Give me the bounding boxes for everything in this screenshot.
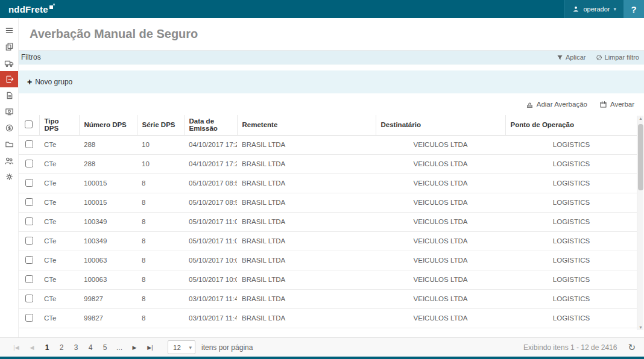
cell-destinatario: VEICULOS LTDA: [376, 193, 505, 212]
clear-filter-button[interactable]: Limpar filtro: [596, 54, 639, 61]
pagination-bar: |◀ ◀ 1 2 3 4 5 ... ▶ ▶| 12 ▾ itens por p…: [0, 337, 644, 357]
sidebar-item-settings[interactable]: [0, 169, 18, 185]
table-row[interactable]: CTe 99827 8 03/10/2017 11:47 BRASIL LTDA…: [19, 289, 637, 308]
cell-data-emissao: 05/10/2017 10:06: [184, 251, 237, 270]
row-checkbox[interactable]: [25, 237, 33, 245]
page-button-2[interactable]: 2: [54, 341, 69, 354]
scroll-down-icon[interactable]: ▼: [637, 325, 644, 329]
page-button-4[interactable]: 4: [83, 341, 98, 354]
last-page-button[interactable]: ▶|: [142, 345, 158, 351]
refresh-icon[interactable]: ↻: [628, 342, 636, 353]
cell-numero-dps: 288: [79, 135, 137, 154]
table-row[interactable]: CTe 100015 8 05/10/2017 08:52 BRASIL LTD…: [19, 173, 637, 193]
postpone-averbacao-button[interactable]: Adiar Averbação: [526, 101, 587, 108]
sidebar-item-document[interactable]: [0, 87, 18, 104]
previous-page-button[interactable]: ◀: [24, 345, 40, 351]
table-row[interactable]: CTe 100015 8 05/10/2017 08:52 BRASIL LTD…: [19, 193, 637, 212]
row-checkbox[interactable]: [25, 140, 33, 148]
cell-ponto-operacao: LOGISTICS: [505, 270, 637, 289]
cell-ponto-operacao: LOGISTICS: [505, 231, 637, 251]
row-checkbox[interactable]: [25, 275, 33, 283]
cell-ponto-operacao: LOGISTICS: [505, 154, 637, 173]
ban-icon: [596, 54, 602, 61]
cell-serie-dps: 8: [137, 212, 184, 231]
column-header-remetente[interactable]: Remetente: [237, 115, 376, 135]
cell-remetente: BRASIL LTDA: [237, 173, 376, 193]
user-menu[interactable]: operador ▾: [564, 0, 623, 18]
table-row[interactable]: CTe 288 10 04/10/2017 17:26 BRASIL LTDA …: [19, 135, 637, 154]
cell-remetente: BRASIL LTDA: [237, 154, 376, 173]
cell-numero-dps: 100015: [79, 193, 137, 212]
row-checkbox[interactable]: [25, 198, 33, 206]
cell-numero-dps: 99827: [79, 289, 137, 308]
grid-header: Tipo DPS Número DPS Série DPS Data de Em…: [19, 115, 637, 135]
cell-destinatario: VEICULOS LTDA: [376, 270, 505, 289]
table-row[interactable]: CTe 100063 8 05/10/2017 10:06 BRASIL LTD…: [19, 251, 637, 270]
cell-numero-dps: 100349: [79, 231, 137, 251]
sidebar-item-export[interactable]: [0, 71, 18, 87]
table-row[interactable]: CTe 100063 8 05/10/2017 10:06 BRASIL LTD…: [19, 270, 637, 289]
next-page-button[interactable]: ▶: [127, 345, 142, 351]
cell-tipo-dps: CTe: [39, 251, 79, 270]
cell-ponto-operacao: LOGISTICS: [505, 193, 637, 212]
row-checkbox[interactable]: [25, 295, 33, 302]
column-header-data-emissao[interactable]: Data de Emissão: [184, 115, 237, 135]
first-page-button[interactable]: |◀: [8, 345, 24, 351]
cell-destinatario: VEICULOS LTDA: [376, 251, 505, 270]
cell-destinatario: VEICULOS LTDA: [376, 135, 505, 154]
column-header-serie-dps[interactable]: Série DPS: [137, 115, 184, 135]
help-button[interactable]: ?: [623, 0, 644, 18]
clear-filter-label: Limpar filtro: [605, 54, 639, 61]
sidebar-item-finance[interactable]: [0, 120, 18, 136]
column-header-numero-dps[interactable]: Número DPS: [79, 115, 137, 135]
cell-data-emissao: 03/10/2017 11:47: [184, 308, 237, 328]
page-button-1[interactable]: 1: [40, 341, 54, 354]
page-button-5[interactable]: 5: [98, 341, 112, 354]
row-checkbox[interactable]: [25, 314, 33, 322]
table-row[interactable]: CTe 100349 8 05/10/2017 11:07 BRASIL LTD…: [19, 212, 637, 231]
row-select-cell: [19, 270, 39, 289]
sidebar-item-copy-pages[interactable]: [0, 39, 18, 55]
table-row[interactable]: CTe 99827 8 03/10/2017 11:47 BRASIL LTDA…: [19, 308, 637, 328]
cell-ponto-operacao: LOGISTICS: [505, 308, 637, 328]
cell-tipo-dps: CTe: [39, 193, 79, 212]
row-checkbox[interactable]: [25, 179, 33, 187]
cell-serie-dps: 8: [137, 270, 184, 289]
cell-numero-dps: 100063: [79, 251, 137, 270]
app-logo-mark-icon: [49, 5, 54, 9]
sidebar-item-fleet[interactable]: [0, 136, 18, 152]
page-size-select[interactable]: 12 ▾: [168, 340, 195, 354]
vertical-scrollbar[interactable]: ▲ ▼: [637, 116, 643, 330]
select-all-checkbox[interactable]: [25, 120, 33, 128]
sidebar-item-monitor-cash[interactable]: [0, 104, 18, 120]
table-row[interactable]: CTe 288 10 04/10/2017 17:26 BRASIL LTDA …: [19, 154, 637, 173]
column-header-destinatario[interactable]: Destinatário: [376, 115, 505, 135]
row-checkbox[interactable]: [25, 217, 33, 225]
table-row[interactable]: CTe 100349 8 05/10/2017 11:07 BRASIL LTD…: [19, 231, 637, 251]
row-checkbox[interactable]: [25, 160, 33, 167]
page-button-3[interactable]: 3: [69, 341, 83, 354]
cell-remetente: BRASIL LTDA: [237, 193, 376, 212]
scrollbar-thumb[interactable]: [638, 124, 643, 190]
more-pages-button[interactable]: ...: [112, 343, 127, 352]
apply-filter-button[interactable]: Aplicar: [557, 54, 586, 61]
sidebar-item-truck[interactable]: [0, 55, 18, 71]
export-icon: [5, 75, 14, 84]
sidebar-item-menu[interactable]: [0, 22, 18, 39]
averbar-button[interactable]: Averbar: [599, 101, 634, 108]
scroll-up-icon[interactable]: ▲: [637, 116, 644, 120]
cell-tipo-dps: CTe: [39, 270, 79, 289]
main-content: Averbação Manual de Seguro Filtros Aplic…: [19, 18, 644, 337]
cell-serie-dps: 8: [137, 231, 184, 251]
top-bar: nddFrete operador ▾ ?: [0, 0, 644, 18]
sidebar-item-users[interactable]: [0, 152, 18, 169]
cell-serie-dps: 10: [137, 154, 184, 173]
cell-destinatario: VEICULOS LTDA: [376, 212, 505, 231]
new-group-button[interactable]: + Novo grupo: [27, 78, 72, 86]
row-checkbox[interactable]: [25, 256, 33, 264]
column-header-ponto-operacao[interactable]: Ponto de Operação: [505, 115, 637, 135]
cell-serie-dps: 8: [137, 308, 184, 328]
row-select-cell: [19, 193, 39, 212]
settings-gear-icon: [5, 172, 14, 181]
column-header-tipo-dps[interactable]: Tipo DPS: [39, 115, 79, 135]
